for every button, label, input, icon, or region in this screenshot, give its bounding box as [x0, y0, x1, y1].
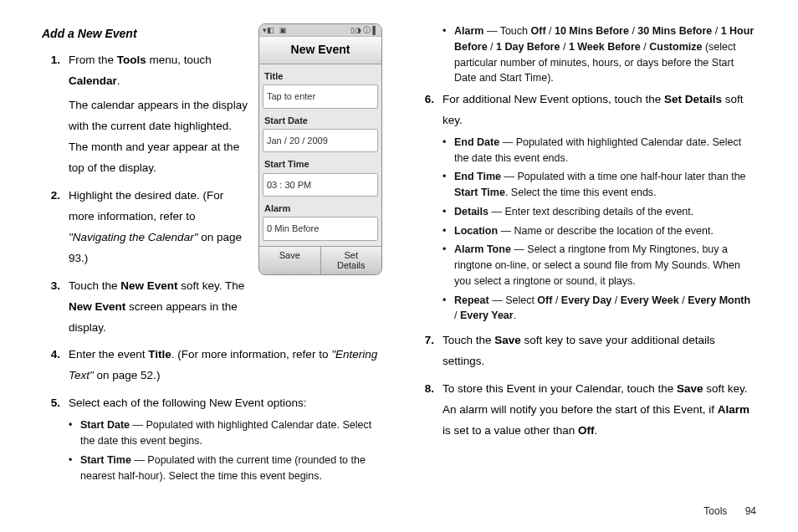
- softkey-set-details[interactable]: Set Details: [320, 247, 382, 274]
- step-text: Select each of the following New Event o…: [69, 393, 382, 414]
- field-title[interactable]: Tap to enter: [263, 84, 378, 108]
- bullet-item: •End Time — Populated with a time one ha…: [442, 169, 756, 201]
- bullet-item: •Alarm — Touch Off / 10 Mins Before / 30…: [442, 23, 756, 86]
- phone-softkeys: Save Set Details: [259, 246, 381, 274]
- step-number: 5.: [42, 393, 69, 487]
- step-text: From the Tools menu, touch Calendar.: [69, 50, 250, 92]
- footer-page-number: 94: [745, 505, 756, 517]
- field-start-time[interactable]: 03 : 30 PM: [263, 173, 378, 197]
- step-text: Enter the event Title. (For more informa…: [69, 345, 382, 386]
- bullet-item: •Alarm Tone — Select a ringtone from My …: [442, 242, 756, 289]
- right-steps: 6.For additional New Event options, touc…: [416, 90, 756, 445]
- softkey-save[interactable]: Save: [259, 247, 320, 274]
- step-body: To store this Event in your Calendar, to…: [442, 379, 756, 445]
- step-text: Highlight the desired date. (For more in…: [69, 186, 250, 269]
- field-label-start-time: Start Time: [263, 154, 378, 172]
- step-number: 3.: [42, 276, 69, 342]
- bullet-item: •Details — Enter text describing details…: [442, 204, 756, 220]
- step-body: From the Tools menu, touch Calendar.The …: [69, 50, 250, 182]
- bullet-item: •Start Date — Populated with highlighted…: [69, 417, 382, 449]
- list-item: 5.Select each of the following New Event…: [42, 393, 382, 487]
- signal-icon: ▾◧: [263, 23, 274, 37]
- list-item: 7.Touch the Save soft key to save your a…: [416, 330, 756, 376]
- list-item: 2.Highlight the desired date. (For more …: [42, 186, 250, 273]
- bullet-item: •Start Time — Populated with the current…: [69, 453, 382, 484]
- footer-section: Tools: [703, 505, 727, 517]
- step-extra-text: The calendar appears in the display with…: [69, 95, 250, 179]
- list-item: 6.For additional New Event options, touc…: [416, 90, 756, 327]
- step-number: 8.: [416, 379, 442, 445]
- step-body: Highlight the desired date. (For more in…: [69, 186, 250, 273]
- list-item: 8.To store this Event in your Calendar, …: [416, 379, 756, 445]
- status-icons: ▯◑ ⓘ ▌: [350, 23, 378, 37]
- step-number: 7.: [416, 330, 442, 376]
- step-text: For additional New Event options, touch …: [442, 90, 756, 131]
- battery-icon: ▣: [279, 23, 287, 37]
- list-item: 3.Touch the New Event soft key. The New …: [42, 276, 250, 342]
- step-number: 6.: [416, 90, 442, 327]
- step-number: 1.: [42, 50, 69, 182]
- right-column: •Alarm — Touch Off / 10 Mins Before / 30…: [416, 23, 756, 490]
- step-body: For additional New Event options, touch …: [442, 90, 756, 327]
- list-item: 1.From the Tools menu, touch Calendar.Th…: [42, 50, 250, 182]
- step-body: Select each of the following New Event o…: [69, 393, 382, 487]
- step-body: Enter the event Title. (For more informa…: [69, 345, 382, 390]
- field-label-alarm: Alarm: [263, 198, 378, 217]
- step-number: 2.: [42, 186, 69, 273]
- phone-form: Title Tap to enter Start Date Jan / 20 /…: [259, 64, 381, 246]
- field-label-title: Title: [263, 66, 378, 84]
- step-text: Touch the Save soft key to save your add…: [442, 330, 756, 372]
- page-footer: Tools 94: [703, 502, 756, 520]
- step-text: Touch the New Event soft key. The New Ev…: [69, 276, 250, 339]
- bullet-item: •Location — Name or describe the locatio…: [442, 223, 756, 239]
- bullet-item: •End Date — Populated with highlighted C…: [442, 135, 756, 166]
- field-label-start-date: Start Date: [263, 110, 378, 129]
- step-number: 4.: [42, 345, 69, 390]
- step-body: Touch the Save soft key to save your add…: [442, 330, 756, 376]
- phone-title: New Event: [259, 36, 381, 64]
- step-text: To store this Event in your Calendar, to…: [442, 379, 756, 442]
- left-column: ▾◧ ▣ ▯◑ ⓘ ▌ New Event Title Tap to enter…: [42, 23, 382, 490]
- phone-status-bar: ▾◧ ▣ ▯◑ ⓘ ▌: [259, 24, 381, 36]
- field-start-date[interactable]: Jan / 20 / 2009: [263, 129, 378, 152]
- right-continuation-bullets: •Alarm — Touch Off / 10 Mins Before / 30…: [442, 23, 756, 86]
- list-item: 4.Enter the event Title. (For more infor…: [42, 345, 382, 390]
- two-column-layout: ▾◧ ▣ ▯◑ ⓘ ▌ New Event Title Tap to enter…: [42, 23, 756, 490]
- phone-mockup: ▾◧ ▣ ▯◑ ⓘ ▌ New Event Title Tap to enter…: [258, 23, 382, 275]
- field-alarm[interactable]: 0 Min Before: [263, 217, 378, 240]
- bullet-item: •Repeat — Select Off / Every Day / Every…: [442, 293, 756, 325]
- step-body: Touch the New Event soft key. The New Ev…: [69, 276, 250, 342]
